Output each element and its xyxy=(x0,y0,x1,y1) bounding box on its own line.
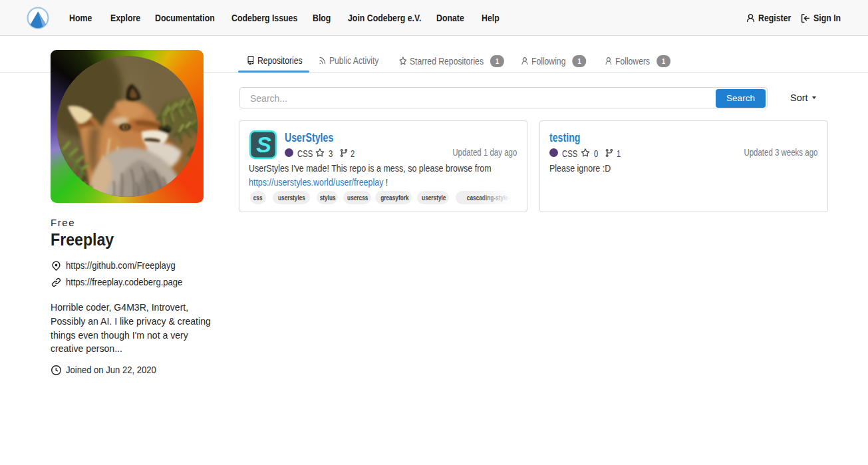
svg-text:S: S xyxy=(256,132,271,157)
